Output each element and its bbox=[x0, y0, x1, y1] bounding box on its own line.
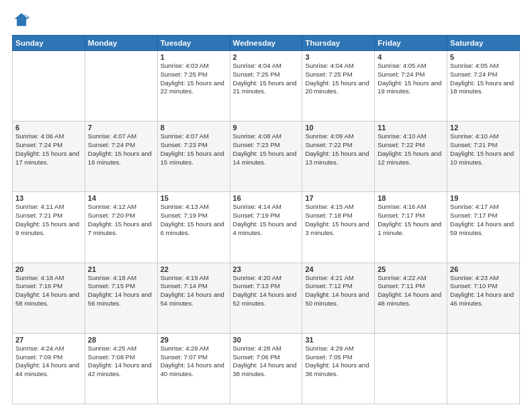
day-info-line: Sunrise: 4:22 AM bbox=[378, 274, 444, 283]
day-info-line: Sunrise: 4:04 AM bbox=[233, 62, 300, 71]
day-info-line: Daylight: 14 hours and 54 minutes. bbox=[161, 291, 227, 308]
day-info-line: Sunset: 7:06 PM bbox=[233, 353, 300, 362]
day-info-line: Sunset: 7:23 PM bbox=[233, 141, 300, 150]
day-number: 9 bbox=[233, 124, 300, 132]
day-info-line: Sunrise: 4:17 AM bbox=[450, 203, 517, 212]
day-info-line: Sunset: 7:21 PM bbox=[15, 212, 82, 220]
day-info-line: Daylight: 14 hours and 42 minutes. bbox=[88, 361, 154, 379]
day-info-line: Sunrise: 4:20 AM bbox=[233, 274, 300, 283]
header bbox=[12, 11, 520, 30]
day-number: 5 bbox=[450, 53, 517, 61]
day-info-line: Sunrise: 4:07 AM bbox=[88, 132, 154, 141]
calendar-cell: 21Sunrise: 4:18 AMSunset: 7:15 PMDayligh… bbox=[85, 263, 157, 333]
day-number: 7 bbox=[88, 124, 154, 132]
day-info-line: Sunset: 7:16 PM bbox=[15, 282, 82, 291]
day-info-line: Sunrise: 4:08 AM bbox=[233, 132, 300, 141]
calendar-cell: 12Sunrise: 4:10 AMSunset: 7:21 PMDayligh… bbox=[447, 122, 520, 192]
day-number: 1 bbox=[161, 53, 227, 61]
calendar-cell: 31Sunrise: 4:29 AMSunset: 7:05 PMDayligh… bbox=[302, 333, 375, 404]
day-info-line: Daylight: 14 hours and 48 minutes. bbox=[378, 291, 444, 308]
day-number: 27 bbox=[15, 336, 82, 344]
day-info-line: Sunset: 7:14 PM bbox=[161, 282, 227, 291]
day-number: 16 bbox=[233, 194, 300, 202]
day-info-line: Sunrise: 4:23 AM bbox=[450, 274, 517, 283]
day-number: 26 bbox=[450, 265, 517, 273]
day-info-line: Sunset: 7:25 PM bbox=[233, 71, 300, 79]
day-info-line: Sunset: 7:17 PM bbox=[378, 212, 444, 220]
day-info-line: Daylight: 15 hours and 7 minutes. bbox=[88, 220, 154, 238]
day-number: 18 bbox=[378, 194, 444, 202]
day-info-line: Daylight: 15 hours and 3 minutes. bbox=[305, 220, 371, 238]
calendar-cell: 9Sunrise: 4:08 AMSunset: 7:23 PMDaylight… bbox=[230, 122, 302, 192]
day-info-line: Daylight: 14 hours and 50 minutes. bbox=[305, 291, 371, 308]
day-info-line: Daylight: 14 hours and 56 minutes. bbox=[88, 291, 154, 308]
weekday-header-sunday: Sunday bbox=[13, 36, 85, 51]
day-info-line: Sunset: 7:22 PM bbox=[378, 141, 444, 150]
day-info-line: Daylight: 15 hours and 22 minutes. bbox=[161, 79, 227, 97]
day-info-line: Sunrise: 4:16 AM bbox=[378, 203, 444, 212]
day-info-line: Sunset: 7:25 PM bbox=[161, 71, 227, 79]
week-row-4: 20Sunrise: 4:18 AMSunset: 7:16 PMDayligh… bbox=[13, 263, 520, 333]
day-number: 28 bbox=[88, 336, 154, 344]
calendar-table: SundayMondayTuesdayWednesdayThursdayFrid… bbox=[12, 35, 520, 404]
day-number: 4 bbox=[378, 53, 444, 61]
day-number: 24 bbox=[305, 265, 371, 273]
day-info-line: Daylight: 15 hours and 10 minutes. bbox=[450, 150, 517, 167]
calendar-cell: 27Sunrise: 4:24 AMSunset: 7:09 PMDayligh… bbox=[13, 333, 85, 404]
day-info-line: Sunset: 7:20 PM bbox=[88, 212, 154, 220]
day-info-line: Sunrise: 4:11 AM bbox=[15, 203, 82, 212]
day-number: 8 bbox=[161, 124, 227, 132]
day-info-line: Sunset: 7:21 PM bbox=[450, 141, 517, 150]
calendar-cell bbox=[85, 51, 157, 122]
day-number: 3 bbox=[305, 53, 371, 61]
weekday-header-saturday: Saturday bbox=[447, 36, 520, 51]
calendar-cell: 22Sunrise: 4:19 AMSunset: 7:14 PMDayligh… bbox=[157, 263, 230, 333]
week-row-1: 1Sunrise: 4:03 AMSunset: 7:25 PMDaylight… bbox=[13, 51, 520, 122]
weekday-header-row: SundayMondayTuesdayWednesdayThursdayFrid… bbox=[13, 36, 520, 51]
weekday-header-thursday: Thursday bbox=[302, 36, 375, 51]
day-number: 23 bbox=[233, 265, 300, 273]
day-info-line: Sunrise: 4:15 AM bbox=[305, 203, 371, 212]
day-number: 21 bbox=[88, 265, 154, 273]
day-info-line: Sunset: 7:10 PM bbox=[450, 282, 517, 291]
day-info-line: Sunrise: 4:06 AM bbox=[15, 132, 82, 141]
weekday-header-tuesday: Tuesday bbox=[157, 36, 230, 51]
day-info-line: Sunset: 7:09 PM bbox=[15, 353, 82, 362]
day-number: 20 bbox=[15, 265, 82, 273]
day-info-line: Sunrise: 4:03 AM bbox=[161, 62, 227, 71]
calendar-cell: 11Sunrise: 4:10 AMSunset: 7:22 PMDayligh… bbox=[375, 122, 447, 192]
calendar-cell: 4Sunrise: 4:05 AMSunset: 7:24 PMDaylight… bbox=[375, 51, 447, 122]
calendar-cell: 30Sunrise: 4:28 AMSunset: 7:06 PMDayligh… bbox=[230, 333, 302, 404]
weekday-header-friday: Friday bbox=[375, 36, 447, 51]
day-info-line: Daylight: 15 hours and 9 minutes. bbox=[15, 220, 82, 238]
calendar-cell: 23Sunrise: 4:20 AMSunset: 7:13 PMDayligh… bbox=[230, 263, 302, 333]
day-info-line: Sunset: 7:24 PM bbox=[450, 71, 517, 79]
day-info-line: Sunrise: 4:28 AM bbox=[233, 345, 300, 353]
day-info-line: Daylight: 15 hours and 14 minutes. bbox=[233, 150, 300, 167]
day-info-line: Sunset: 7:05 PM bbox=[305, 353, 371, 362]
weekday-header-monday: Monday bbox=[85, 36, 157, 51]
day-info-line: Daylight: 14 hours and 40 minutes. bbox=[161, 361, 227, 379]
day-info-line: Daylight: 15 hours and 1 minute. bbox=[378, 220, 444, 238]
day-info-line: Daylight: 15 hours and 21 minutes. bbox=[233, 79, 300, 97]
calendar-cell: 14Sunrise: 4:12 AMSunset: 7:20 PMDayligh… bbox=[85, 192, 157, 263]
day-number: 6 bbox=[15, 124, 82, 132]
day-number: 25 bbox=[378, 265, 444, 273]
calendar-cell: 19Sunrise: 4:17 AMSunset: 7:17 PMDayligh… bbox=[447, 192, 520, 263]
day-info-line: Daylight: 14 hours and 36 minutes. bbox=[305, 361, 371, 379]
day-info-line: Sunrise: 4:18 AM bbox=[15, 274, 82, 283]
day-info-line: Sunset: 7:08 PM bbox=[88, 353, 154, 362]
day-info-line: Daylight: 15 hours and 12 minutes. bbox=[378, 150, 444, 167]
day-info-line: Sunset: 7:18 PM bbox=[305, 212, 371, 220]
week-row-3: 13Sunrise: 4:11 AMSunset: 7:21 PMDayligh… bbox=[13, 192, 520, 263]
calendar-cell: 17Sunrise: 4:15 AMSunset: 7:18 PMDayligh… bbox=[302, 192, 375, 263]
day-info-line: Sunset: 7:13 PM bbox=[233, 282, 300, 291]
day-info-line: Sunrise: 4:18 AM bbox=[88, 274, 154, 283]
day-info-line: Daylight: 14 hours and 58 minutes. bbox=[15, 291, 82, 308]
calendar-cell bbox=[447, 333, 520, 404]
day-number: 2 bbox=[233, 53, 300, 61]
day-number: 11 bbox=[378, 124, 444, 132]
day-number: 13 bbox=[15, 194, 82, 202]
calendar-cell: 24Sunrise: 4:21 AMSunset: 7:12 PMDayligh… bbox=[302, 263, 375, 333]
calendar-cell: 2Sunrise: 4:04 AMSunset: 7:25 PMDaylight… bbox=[230, 51, 302, 122]
